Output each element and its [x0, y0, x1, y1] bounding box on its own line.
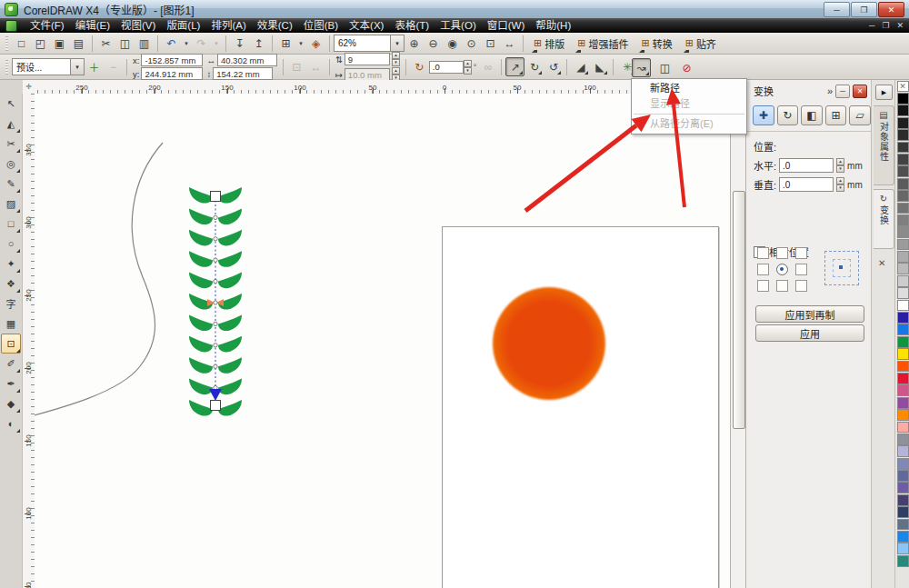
- doc-restore-button[interactable]: ❐: [882, 18, 889, 33]
- path-properties-button[interactable]: ↝: [632, 58, 651, 77]
- color-swatch[interactable]: [897, 239, 909, 251]
- table-tool[interactable]: ▦: [1, 314, 21, 334]
- steps-spinner[interactable]: ▲▼: [392, 52, 400, 66]
- color-swatch[interactable]: [897, 129, 909, 141]
- redo-dropdown[interactable]: ▾: [211, 34, 222, 53]
- toolbar-button-增强插件[interactable]: ⊞增强插件: [571, 34, 634, 54]
- preset-combo[interactable]: 预设... ▾: [12, 58, 85, 75]
- scale-factor-button[interactable]: ⊡: [287, 57, 306, 76]
- no-color-swatch[interactable]: ✕: [897, 81, 909, 93]
- redo-button[interactable]: ↷: [192, 34, 211, 53]
- color-swatch[interactable]: [897, 154, 909, 165]
- transform-size-button[interactable]: ⊞: [825, 105, 847, 125]
- pick-tool[interactable]: ↖: [1, 94, 21, 114]
- menu-item[interactable]: 文件(F): [25, 18, 70, 33]
- interactive-fill-tool[interactable]: ◐: [1, 414, 21, 434]
- menu-item[interactable]: 窗口(W): [482, 18, 531, 33]
- color-swatch[interactable]: [897, 263, 909, 274]
- color-swatch[interactable]: [897, 555, 909, 567]
- welcome-screen-button[interactable]: ◈: [306, 34, 325, 53]
- open-button[interactable]: ◰: [31, 34, 50, 53]
- apply-button[interactable]: 应用: [755, 324, 864, 342]
- ruler-origin[interactable]: ✛: [23, 80, 35, 95]
- menu-item[interactable]: 版面(L): [161, 18, 205, 33]
- export-button[interactable]: ↥: [249, 34, 268, 53]
- blend-spacing-field[interactable]: 10.0 mm: [345, 68, 390, 81]
- vertical-position-field[interactable]: .0: [779, 177, 834, 192]
- object-width-field[interactable]: 40.302 mm: [217, 54, 277, 66]
- color-swatch[interactable]: [897, 397, 909, 409]
- preset-combo-arrow[interactable]: ▾: [70, 59, 84, 75]
- color-swatch[interactable]: [897, 251, 909, 263]
- anchor-checkbox[interactable]: [757, 247, 769, 259]
- outline-tool[interactable]: ✒: [1, 374, 21, 394]
- shape-tool[interactable]: ◭: [1, 114, 21, 134]
- object-height-field[interactable]: 154.22 mm: [213, 67, 273, 80]
- undo-button[interactable]: ↶: [162, 34, 181, 53]
- toolbar-button-贴齐[interactable]: ⊞贴齐: [679, 34, 723, 54]
- direction-spinner[interactable]: ▲▼: [464, 60, 472, 75]
- direct-blend-button[interactable]: ↗: [505, 57, 524, 76]
- doc-minimize-button[interactable]: ─: [869, 18, 874, 33]
- menu-item[interactable]: 效果(C): [252, 18, 298, 33]
- anchor-checkbox[interactable]: [776, 264, 788, 275]
- anchor-checkbox[interactable]: [776, 247, 788, 259]
- loop-blend-button[interactable]: ∞: [478, 57, 497, 76]
- anchor-checkbox[interactable]: [795, 280, 807, 292]
- zoom-level-combo[interactable]: 62% ▾: [334, 35, 405, 52]
- paste-button[interactable]: ▥: [135, 34, 154, 53]
- color-swatch[interactable]: [897, 93, 909, 105]
- anchor-checkbox[interactable]: [795, 264, 807, 275]
- counterclockwise-blend-button[interactable]: ↺: [544, 57, 563, 76]
- crop-tool[interactable]: ✂: [1, 134, 21, 154]
- zoom-combo-arrow[interactable]: ▾: [390, 35, 404, 51]
- vertical-scrollbar[interactable]: [730, 94, 746, 588]
- zoom-page-button[interactable]: ⊡: [481, 34, 500, 53]
- color-swatch[interactable]: [897, 531, 909, 543]
- window-close-button[interactable]: ✕: [878, 2, 904, 17]
- toolbar-drag-handle[interactable]: [5, 36, 8, 51]
- color-swatch[interactable]: [897, 445, 909, 457]
- anchor-checkbox[interactable]: [757, 264, 769, 275]
- horizontal-ruler[interactable]: 25020015010050050100150: [35, 80, 730, 95]
- launcher-dropdown[interactable]: ▾: [295, 34, 306, 53]
- toolbar-button-转换[interactable]: ⊞转换: [634, 34, 678, 54]
- color-swatch[interactable]: [897, 519, 909, 531]
- drawing-canvas[interactable]: [35, 94, 730, 588]
- undo-dropdown[interactable]: ▾: [181, 34, 192, 53]
- zoom-in-button[interactable]: ⊕: [405, 34, 424, 53]
- color-swatch[interactable]: [897, 494, 909, 506]
- transform-scale-mirror-button[interactable]: ◧: [801, 105, 823, 125]
- menu-item[interactable]: 工具(O): [435, 18, 482, 33]
- color-swatch[interactable]: [897, 142, 909, 154]
- docker-tab-close-icon[interactable]: ✕: [878, 258, 885, 268]
- color-swatch[interactable]: [897, 178, 909, 190]
- blend-tool[interactable]: ⊡: [1, 334, 21, 354]
- color-swatch[interactable]: [897, 434, 909, 445]
- anchor-checkbox[interactable]: [757, 280, 769, 292]
- clockwise-blend-button[interactable]: ↻: [524, 57, 544, 76]
- copy-button[interactable]: ◫: [115, 34, 135, 53]
- anchor-checkbox[interactable]: [795, 247, 807, 259]
- apply-to-duplicate-button[interactable]: 应用到再制: [755, 305, 864, 323]
- clear-blend-button[interactable]: ⊘: [677, 58, 696, 77]
- docker-flyout-button[interactable]: ▶: [875, 85, 893, 100]
- zoom-tool[interactable]: ◎: [1, 154, 21, 174]
- color-swatch[interactable]: [897, 226, 909, 238]
- color-swatch[interactable]: [897, 458, 909, 470]
- import-button[interactable]: ↧: [230, 34, 249, 53]
- menu-item[interactable]: 排列(A): [205, 18, 251, 33]
- rectangle-tool[interactable]: □: [1, 214, 21, 234]
- field-spinner[interactable]: ▲▼: [836, 177, 844, 192]
- docker-tab-变换[interactable]: ↻变换: [874, 189, 894, 249]
- remove-preset-button[interactable]: −: [104, 57, 123, 76]
- zoom-all-objects-button[interactable]: ⊙: [462, 34, 481, 53]
- field-spinner[interactable]: ▲▼: [836, 158, 844, 173]
- vertical-ruler[interactable]: 35030025020015010050: [23, 94, 35, 588]
- gradient-circle-object[interactable]: [493, 287, 605, 400]
- transform-skew-button[interactable]: ▱: [849, 105, 871, 125]
- docker-tab-对象属性[interactable]: ▤对象属性: [874, 105, 894, 185]
- transform-rotate-button[interactable]: ↻: [777, 105, 799, 125]
- color-swatch[interactable]: [897, 203, 909, 214]
- menu-item[interactable]: 帮助(H): [530, 18, 576, 33]
